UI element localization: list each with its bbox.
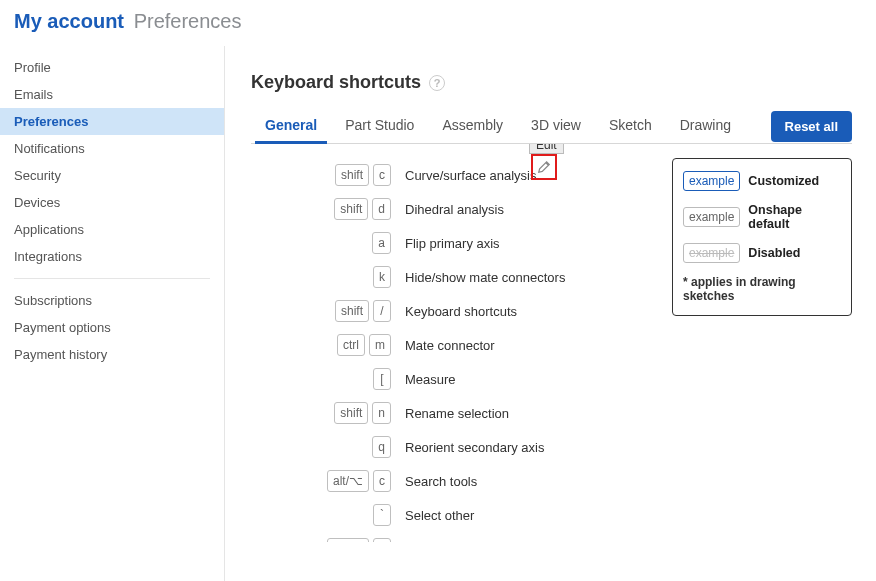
shortcut-row: `Select other bbox=[251, 498, 648, 532]
keycap: shift bbox=[335, 300, 369, 322]
reset-all-button[interactable]: Reset all bbox=[771, 111, 852, 142]
keycap: k bbox=[373, 266, 391, 288]
sidebar-item-preferences[interactable]: Preferences bbox=[0, 108, 224, 135]
legend-note: * applies in drawing sketches bbox=[683, 275, 841, 303]
shortcut-list[interactable]: shiftcCurve/surface analysisEditshiftdDi… bbox=[251, 144, 652, 542]
edit-tooltip: Edit bbox=[529, 144, 564, 154]
header-account[interactable]: My account bbox=[14, 10, 124, 32]
legend-label-disabled: Disabled bbox=[748, 246, 800, 260]
shortcut-row: alt/⌥cSearch tools bbox=[251, 464, 648, 498]
keycap: alt/⌥ bbox=[327, 470, 369, 492]
keycap: q bbox=[372, 436, 391, 458]
keycap: ctrl bbox=[337, 334, 365, 356]
shortcut-label: Dihedral analysis bbox=[405, 202, 504, 217]
keycap: t bbox=[373, 538, 391, 542]
shortcut-label: Reorient secondary axis bbox=[405, 440, 544, 455]
shortcut-row: shiftcCurve/surface analysisEdit bbox=[251, 158, 648, 192]
keycap: shift bbox=[334, 402, 368, 424]
keycap: alt/⌥ bbox=[327, 538, 369, 542]
shortcut-label: Measure bbox=[405, 372, 456, 387]
shortcut-label: Curve/surface analysis bbox=[405, 168, 537, 183]
keycap: n bbox=[372, 402, 391, 424]
shortcut-row: shift/Keyboard shortcuts bbox=[251, 294, 648, 328]
sidebar-item-security[interactable]: Security bbox=[0, 162, 224, 189]
keycap: a bbox=[372, 232, 391, 254]
edit-shortcut-button[interactable] bbox=[531, 154, 557, 180]
sidebar: ProfileEmailsPreferencesNotificationsSec… bbox=[0, 46, 225, 581]
sidebar-item-devices[interactable]: Devices bbox=[0, 189, 224, 216]
shortcut-row: kHide/show mate connectors bbox=[251, 260, 648, 294]
header-section: Preferences bbox=[134, 10, 242, 32]
tab-bar: GeneralPart StudioAssembly3D viewSketchD… bbox=[251, 109, 852, 144]
tab-3d-view[interactable]: 3D view bbox=[517, 109, 595, 143]
keycap: / bbox=[373, 300, 391, 322]
sidebar-item-integrations[interactable]: Integrations bbox=[0, 243, 224, 270]
keycap: ` bbox=[373, 504, 391, 526]
shortcut-label: Select other bbox=[405, 508, 474, 523]
shortcut-label: Keyboard shortcuts bbox=[405, 304, 517, 319]
shortcut-label: Hide/show mate connectors bbox=[405, 270, 565, 285]
sidebar-item-payment-options[interactable]: Payment options bbox=[0, 314, 224, 341]
shortcut-label: Search tools bbox=[405, 474, 477, 489]
sidebar-separator bbox=[14, 278, 210, 279]
keycap: m bbox=[369, 334, 391, 356]
tab-sketch[interactable]: Sketch bbox=[595, 109, 666, 143]
keycap: shift bbox=[335, 164, 369, 186]
shortcut-row: aFlip primary axis bbox=[251, 226, 648, 260]
tab-assembly[interactable]: Assembly bbox=[428, 109, 517, 143]
shortcut-row: ctrlmMate connector bbox=[251, 328, 648, 362]
keycap: c bbox=[373, 470, 391, 492]
sidebar-item-subscriptions[interactable]: Subscriptions bbox=[0, 287, 224, 314]
tab-general[interactable]: General bbox=[251, 109, 331, 143]
main-panel: Keyboard shortcuts ? GeneralPart StudioA… bbox=[225, 46, 876, 581]
sidebar-item-emails[interactable]: Emails bbox=[0, 81, 224, 108]
sidebar-item-profile[interactable]: Profile bbox=[0, 54, 224, 81]
keycap: shift bbox=[334, 198, 368, 220]
legend-label-default: Onshape default bbox=[748, 203, 841, 231]
tab-part-studio[interactable]: Part Studio bbox=[331, 109, 428, 143]
legend-key-disabled: example bbox=[683, 243, 740, 263]
help-icon[interactable]: ? bbox=[429, 75, 445, 91]
keycap: c bbox=[373, 164, 391, 186]
shortcut-row: alt/⌥tTab manager bbox=[251, 532, 648, 542]
shortcut-row: shiftdDihedral analysis bbox=[251, 192, 648, 226]
shortcut-row: [Measure bbox=[251, 362, 648, 396]
sidebar-item-applications[interactable]: Applications bbox=[0, 216, 224, 243]
page-header: My account Preferences bbox=[0, 0, 876, 46]
tab-drawing[interactable]: Drawing bbox=[666, 109, 745, 143]
keycap: d bbox=[372, 198, 391, 220]
pencil-icon bbox=[537, 160, 551, 174]
shortcut-label: Mate connector bbox=[405, 338, 495, 353]
legend-key-default: example bbox=[683, 207, 740, 227]
section-title: Keyboard shortcuts bbox=[251, 72, 421, 93]
legend-label-customized: Customized bbox=[748, 174, 819, 188]
shortcut-row: shiftnRename selection bbox=[251, 396, 648, 430]
legend-key-customized: example bbox=[683, 171, 740, 191]
shortcut-label: Flip primary axis bbox=[405, 236, 500, 251]
sidebar-item-payment-history[interactable]: Payment history bbox=[0, 341, 224, 368]
shortcut-label: Rename selection bbox=[405, 406, 509, 421]
shortcut-row: qReorient secondary axis bbox=[251, 430, 648, 464]
keycap: [ bbox=[373, 368, 391, 390]
legend-box: example Customized example Onshape defau… bbox=[672, 158, 852, 316]
sidebar-item-notifications[interactable]: Notifications bbox=[0, 135, 224, 162]
shortcut-label: Tab manager bbox=[405, 542, 481, 543]
